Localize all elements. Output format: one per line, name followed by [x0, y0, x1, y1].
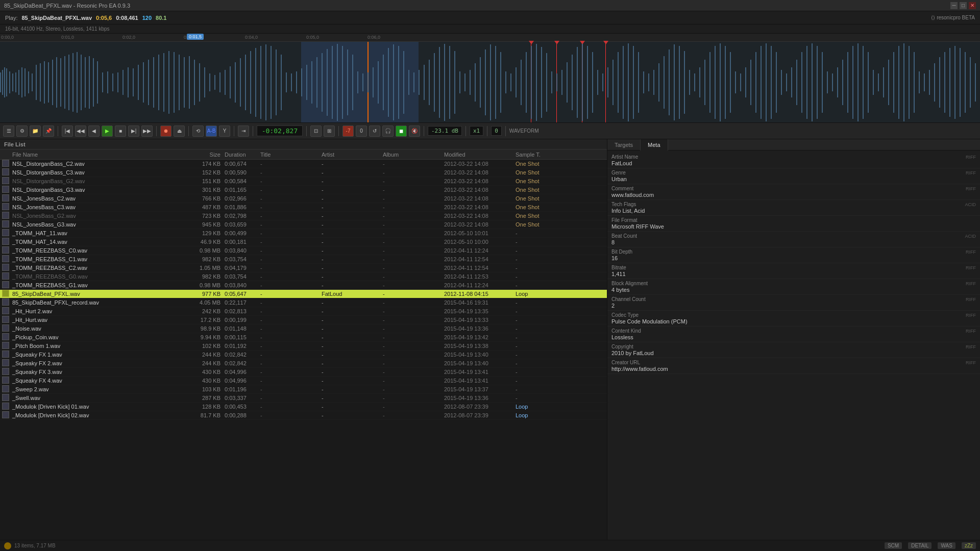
badge-detail[interactable]: DETAIL — [908, 542, 932, 549]
table-row[interactable]: NSL_DistorganBass_C3.wav 152 KB 0:00,590… — [0, 168, 607, 177]
skip-fwd-button[interactable]: ▶▶ — [141, 126, 153, 137]
col-album-header[interactable]: Album — [383, 152, 444, 158]
table-row[interactable]: _Hit_Hurt 2.wav 242 KB 0:02,813 - - - 20… — [0, 307, 607, 316]
settings-button[interactable]: ⚙ — [16, 126, 28, 137]
tab-targets[interactable]: Targets — [607, 139, 641, 151]
row-check[interactable] — [0, 264, 10, 272]
row-check[interactable] — [0, 220, 10, 229]
row-check[interactable] — [0, 350, 10, 359]
row-check[interactable] — [0, 307, 10, 315]
col-dur-header[interactable]: Duration — [225, 152, 260, 158]
mute-button[interactable]: 🔇 — [409, 126, 420, 137]
row-check[interactable] — [0, 377, 10, 385]
table-row[interactable]: _Hit_Hurt.wav 17.2 KB 0:00,199 - - - 201… — [0, 316, 607, 324]
row-check[interactable] — [0, 272, 10, 281]
table-row[interactable]: _TOMM_REEZBASS_G1.wav 0.98 MB 0:03,840 -… — [0, 281, 607, 290]
row-check[interactable] — [0, 385, 10, 393]
row-check[interactable] — [0, 246, 10, 255]
prev-button[interactable]: ◀ — [88, 126, 100, 137]
row-check[interactable] — [0, 316, 10, 324]
tab-meta[interactable]: Meta — [641, 139, 668, 151]
close-button[interactable]: ✕ — [969, 2, 976, 9]
col-sample-header[interactable]: Sample T. — [516, 152, 567, 158]
row-check[interactable] — [0, 333, 10, 341]
row-check[interactable] — [0, 186, 10, 194]
row-check[interactable] — [0, 281, 10, 289]
row-check[interactable] — [0, 394, 10, 402]
row-check[interactable] — [0, 194, 10, 203]
maximize-button[interactable]: □ — [960, 2, 967, 9]
row-check[interactable] — [0, 238, 10, 246]
row-check[interactable] — [0, 342, 10, 350]
table-row[interactable]: NSL_JonesBass_G2.wav 723 KB 0:02,798 - -… — [0, 212, 607, 220]
skip-points-button[interactable]: ⇥ — [238, 126, 249, 137]
pin-button[interactable]: 📌 — [43, 126, 54, 137]
row-check[interactable] — [0, 403, 10, 411]
record-button[interactable]: ⏺ — [160, 126, 172, 137]
table-row[interactable]: NSL_JonesBass_G3.wav 945 KB 0:03,659 - -… — [0, 220, 607, 229]
badge-scm[interactable]: SCM — [885, 542, 902, 549]
sync-button[interactable]: ↺ — [369, 126, 380, 137]
row-check[interactable] — [0, 212, 10, 220]
headphone-button[interactable]: 🎧 — [382, 126, 394, 137]
table-row[interactable]: _Squeaky FX 2.wav 244 KB 0:02,842 - - - … — [0, 359, 607, 368]
menu-button[interactable]: ☰ — [3, 126, 14, 137]
minimize-button[interactable]: ─ — [950, 2, 958, 9]
row-check[interactable] — [0, 359, 10, 367]
row-check[interactable] — [0, 177, 10, 185]
next-button[interactable]: ▶| — [128, 126, 139, 137]
table-row[interactable]: 85_SkipDaBeat_PFXL_record.wav 4.05 MB 0:… — [0, 298, 607, 307]
col-modified-header[interactable]: Modified — [444, 152, 516, 158]
table-row[interactable]: _Modulok [Driven Kick] 01.wav 128 KB 0:0… — [0, 403, 607, 411]
meta-content[interactable]: Artist Name RIFF FatLoud Genre RIFF Urba… — [607, 151, 980, 540]
table-row[interactable]: NSL_JonesBass_C3.wav 487 KB 0:01,886 - -… — [0, 203, 607, 212]
row-check[interactable] — [0, 255, 10, 263]
table-row[interactable]: 85_SkipDaBeat_PFXL.wav 977 KB 0:05,647 -… — [0, 290, 607, 298]
table-row[interactable]: _Pitch Boom 1.wav 102 KB 0:01,192 - - - … — [0, 342, 607, 350]
col-name-header[interactable]: File Name — [10, 152, 189, 158]
table-row[interactable]: _TOMM_HAT_14.wav 46.9 KB 0:00,181 - - - … — [0, 238, 607, 246]
table-row[interactable]: _Swell.wav 287 KB 0:03,337 - - - 2015-04… — [0, 394, 607, 403]
eject-button[interactable]: ⏏ — [174, 126, 185, 137]
col-size-header[interactable]: Size — [189, 152, 225, 158]
table-row[interactable]: _TOMM_REEZBASS_G0.wav 982 KB 0:03,754 - … — [0, 272, 607, 281]
row-check[interactable] — [0, 168, 10, 177]
table-row[interactable]: _Pickup_Coin.wav 9.94 KB 0:00,115 - - - … — [0, 333, 607, 342]
table-row[interactable]: _Squeaky FX 4.wav 430 KB 0:04,996 - - - … — [0, 377, 607, 385]
skip-back-button[interactable]: |◀ — [62, 126, 73, 137]
row-check[interactable] — [0, 298, 10, 307]
badge-was[interactable]: WAS — [938, 542, 955, 549]
row-check[interactable] — [0, 160, 10, 168]
badge-zzz[interactable]: zZz — [962, 542, 976, 549]
folder-button[interactable]: 📁 — [30, 126, 41, 137]
table-row[interactable]: NSL_DistorganBass_G2.wav 151 KB 0:00,584… — [0, 177, 607, 186]
waveform-view-button[interactable]: ⊡ — [310, 126, 322, 137]
zero-button[interactable]: 0 — [356, 126, 367, 137]
col-artist-header[interactable]: Artist — [322, 152, 383, 158]
minus7-button[interactable]: -7 — [342, 126, 354, 137]
waveform-area[interactable]: 0:00,0 0:01,0 0:02,0 0:03,0 0:04,0 0:05,… — [0, 34, 980, 123]
table-row[interactable]: _Squeaky FX 1.wav 244 KB 0:02,842 - - - … — [0, 350, 607, 359]
monitor-button[interactable]: ◼ — [396, 126, 407, 137]
table-row[interactable]: _TOMM_REEZBASS_C1.wav 982 KB 0:03,754 - … — [0, 255, 607, 264]
table-row[interactable]: _Modulok [Driven Kick] 02.wav 81.7 KB 0:… — [0, 411, 607, 420]
table-row[interactable]: _Squeaky FX 3.wav 430 KB 0:04,996 - - - … — [0, 368, 607, 377]
zoom-button[interactable]: ⊞ — [324, 126, 335, 137]
row-check[interactable] — [0, 203, 10, 211]
file-list-body[interactable]: NSL_DistorganBass_C2.wav 174 KB 0:00,674… — [0, 160, 607, 540]
waveform-canvas[interactable] — [0, 42, 980, 123]
table-row[interactable]: _TOMM_REEZBASS_C0.wav 0.98 MB 0:03,840 -… — [0, 246, 607, 255]
col-title-header[interactable]: Title — [260, 152, 322, 158]
row-check[interactable] — [0, 290, 10, 298]
play-button[interactable]: ▶ — [102, 126, 113, 137]
filter-button[interactable]: Y — [219, 126, 230, 137]
row-check[interactable] — [0, 411, 10, 419]
table-row[interactable]: _TOMM_HAT_11.wav 129 KB 0:00,499 - - - 2… — [0, 229, 607, 238]
row-check[interactable] — [0, 324, 10, 333]
row-check[interactable] — [0, 229, 10, 237]
row-check[interactable] — [0, 368, 10, 376]
table-row[interactable]: NSL_JonesBass_C2.wav 766 KB 0:02,966 - -… — [0, 194, 607, 203]
table-row[interactable]: NSL_DistorganBass_G3.wav 301 KB 0:01,165… — [0, 186, 607, 194]
table-row[interactable]: NSL_DistorganBass_C2.wav 174 KB 0:00,674… — [0, 160, 607, 168]
ab-loop-button[interactable]: A-B — [206, 126, 217, 137]
